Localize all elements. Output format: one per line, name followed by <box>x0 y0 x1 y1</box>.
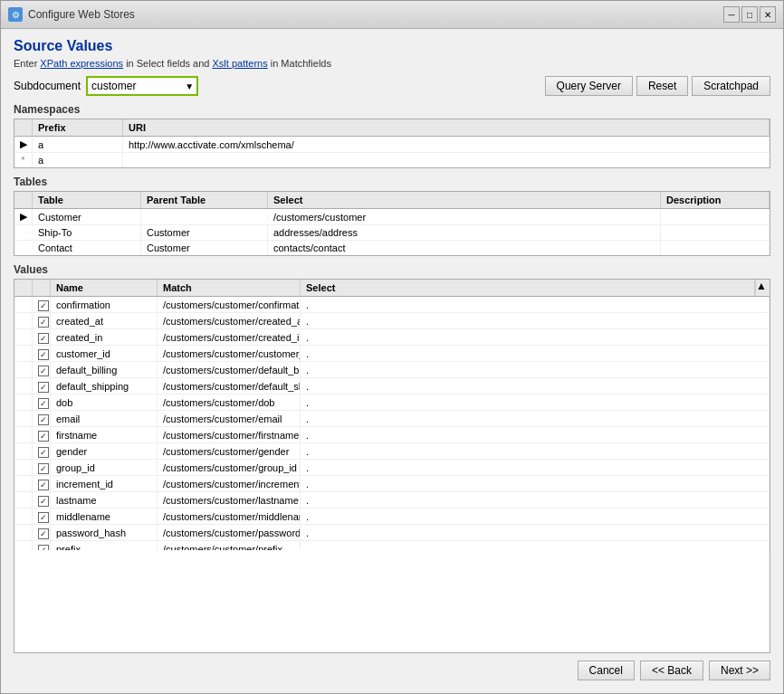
val-row-cb <box>33 297 51 313</box>
tbl-row-select2: addresses/address <box>268 225 661 240</box>
val-row-select: . <box>301 395 770 411</box>
checkbox[interactable] <box>38 333 49 344</box>
checkbox[interactable] <box>38 382 49 393</box>
page-description: Enter XPath expressions in Select fields… <box>14 58 770 69</box>
val-row-name: created_in <box>51 329 158 346</box>
val-row-cb <box>33 476 51 492</box>
cancel-button[interactable]: Cancel <box>578 661 635 680</box>
checkbox[interactable] <box>38 300 49 311</box>
xslt-link[interactable]: Xslt patterns <box>213 58 268 69</box>
val-row-star <box>14 346 33 362</box>
checkbox[interactable] <box>38 349 49 360</box>
toolbar-buttons: Query Server Reset Scratchpad <box>545 76 770 96</box>
val-row-star <box>14 378 33 395</box>
val-row-select: . <box>301 313 770 329</box>
val-row-name: middlename <box>51 509 158 525</box>
val-row-name: email <box>51 411 158 427</box>
val-row-select: . <box>301 329 770 346</box>
values-header: Name Match Select ▲ <box>14 280 770 297</box>
main-content: Source Values Enter XPath expressions in… <box>1 29 783 693</box>
checkbox[interactable] <box>38 512 49 523</box>
ns-row-uri: http://www.acctivate.com/xmlschema/ <box>123 138 770 152</box>
scratchpad-button[interactable]: Scratchpad <box>692 76 770 96</box>
checkbox[interactable] <box>38 431 49 442</box>
checkbox[interactable] <box>38 463 49 474</box>
table-row: Contact Customer contacts/contact <box>14 241 770 255</box>
list-item: dob /customers/customer/dob . <box>14 395 770 411</box>
query-server-button[interactable]: Query Server <box>545 76 633 96</box>
reset-button[interactable]: Reset <box>636 76 688 96</box>
val-row-star <box>14 329 33 346</box>
close-button[interactable]: ✕ <box>760 6 776 23</box>
val-row-match: /customers/customer/lastname <box>158 492 301 509</box>
val-scroll-header: ▲ <box>755 280 770 296</box>
val-row-select: . <box>301 427 770 443</box>
val-row-cb <box>33 541 51 551</box>
val-row-cb <box>33 492 51 509</box>
list-item: default_billing /customers/customer/defa… <box>14 362 770 378</box>
values-section: Name Match Select ▲ confirmation /custom… <box>14 279 770 653</box>
namespaces-header: Prefix URI <box>14 119 770 137</box>
val-row-match: /customers/customer/default_sh... <box>158 378 301 395</box>
val-select-header: Select <box>301 280 755 296</box>
val-row-star <box>14 541 33 551</box>
val-row-name: group_id <box>51 460 158 476</box>
ns-new-prefix: a <box>33 153 123 167</box>
restore-button[interactable]: □ <box>741 6 758 23</box>
tbl-row-parent <box>141 215 268 219</box>
list-item: email /customers/customer/email . <box>14 411 770 427</box>
footer-buttons: Cancel << Back Next >> <box>14 653 770 684</box>
table-row: ▶ a http://www.acctivate.com/xmlschema/ <box>14 137 770 153</box>
subdoc-buttons-row: Subdocument customer order product ▼ Que… <box>14 76 770 96</box>
subdoc-select-wrapper[interactable]: customer order product ▼ <box>86 76 198 96</box>
tbl-row-desc3 <box>661 246 770 250</box>
checkbox[interactable] <box>38 414 49 425</box>
val-row-select: . <box>301 346 770 362</box>
checkbox[interactable] <box>38 317 49 328</box>
val-row-star <box>14 411 33 427</box>
val-row-cb <box>33 443 51 460</box>
tbl-arrow-header <box>14 192 33 208</box>
checkbox[interactable] <box>38 366 49 376</box>
val-row-name: default_billing <box>51 362 158 378</box>
checkbox[interactable] <box>38 480 49 490</box>
back-button[interactable]: << Back <box>640 661 703 680</box>
checkbox[interactable] <box>38 496 49 507</box>
titlebar: ⚙ Configure Web Stores ─ □ ✕ <box>1 1 783 29</box>
minimize-button[interactable]: ─ <box>723 6 740 23</box>
val-row-match: /customers/customer/password_... <box>158 525 301 541</box>
val-row-star <box>14 297 33 313</box>
val-row-match: /customers/customer/created_in... <box>158 329 301 346</box>
val-row-name: gender <box>51 443 158 460</box>
val-row-match: /customers/customer/created_a... <box>158 313 301 329</box>
subdoc-select[interactable]: customer order product <box>88 78 196 94</box>
checkbox[interactable] <box>38 528 49 539</box>
val-row-select: . <box>301 492 770 509</box>
val-row-star <box>14 460 33 476</box>
main-window: ⚙ Configure Web Stores ─ □ ✕ Source Valu… <box>0 0 784 694</box>
next-button[interactable]: Next >> <box>709 661 770 680</box>
val-row-name: increment_id <box>51 476 158 492</box>
val-row-cb <box>33 378 51 395</box>
ns-new-uri <box>123 158 770 162</box>
val-row-name: dob <box>51 395 158 411</box>
list-item: group_id /customers/customer/group_id . <box>14 460 770 476</box>
val-row-select: . <box>301 509 770 525</box>
namespaces-label: Namespaces <box>14 103 770 116</box>
val-row-cb <box>33 313 51 329</box>
val-row-cb <box>33 346 51 362</box>
checkbox[interactable] <box>38 545 49 551</box>
val-row-star <box>14 492 33 509</box>
values-body[interactable]: confirmation /customers/customer/confirm… <box>14 297 770 550</box>
checkbox[interactable] <box>38 398 49 409</box>
values-label: Values <box>14 263 770 276</box>
val-row-cb <box>33 460 51 476</box>
checkbox[interactable] <box>38 447 49 458</box>
xpath-link[interactable]: XPath expressions <box>40 58 123 69</box>
val-row-match: /customers/customer/middlenam... <box>158 509 301 525</box>
val-row-cb <box>33 427 51 443</box>
val-row-star <box>14 427 33 443</box>
val-row-cb <box>33 525 51 541</box>
page-title: Source Values <box>14 38 770 54</box>
val-row-name: password_hash <box>51 525 158 541</box>
